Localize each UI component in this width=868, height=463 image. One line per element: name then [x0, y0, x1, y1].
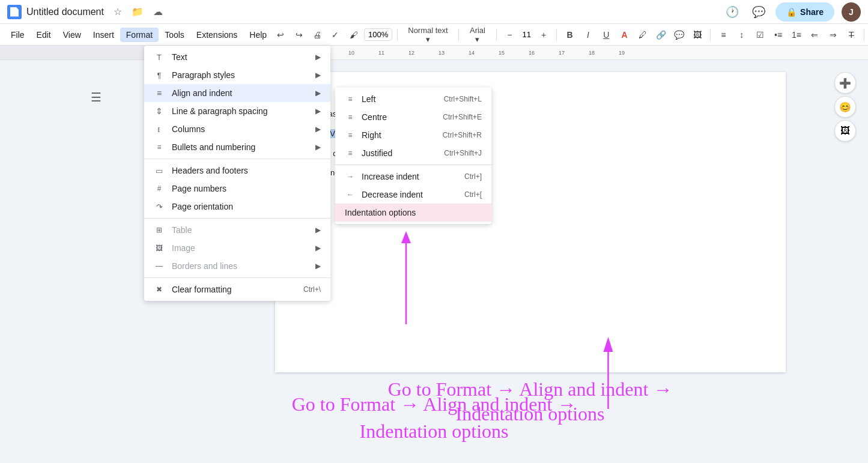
- menu-tools[interactable]: Tools: [159, 28, 190, 42]
- divider-2: [458, 29, 459, 41]
- font-color-button[interactable]: A: [616, 26, 632, 43]
- menu-format[interactable]: Format: [120, 28, 159, 42]
- paragraph-label: Paragraph styles: [172, 70, 308, 80]
- format-columns-item[interactable]: ⫿ Columns ▶: [144, 120, 330, 138]
- align-centre-item[interactable]: ≡ Centre Ctrl+Shift+E: [335, 108, 491, 126]
- align-centre-label: Centre: [362, 112, 437, 122]
- align-centre-icon: ≡: [345, 113, 356, 121]
- increase-indent-btn[interactable]: ⇒: [825, 26, 841, 43]
- image-insert-button[interactable]: 🖼: [834, 120, 856, 142]
- italic-button[interactable]: I: [580, 26, 596, 43]
- comment-button[interactable]: 💬: [749, 2, 768, 22]
- increase-indent-item[interactable]: → Increase indent Ctrl+]: [335, 168, 491, 186]
- image-button[interactable]: 🖼: [690, 26, 705, 43]
- cloud-icon[interactable]: ☁: [151, 4, 165, 20]
- share-lock-icon: 🔒: [786, 7, 797, 17]
- image-label: Image: [172, 243, 308, 253]
- menu-insert[interactable]: Insert: [87, 28, 120, 42]
- doc-title[interactable]: Untitled document: [26, 7, 104, 17]
- history-button[interactable]: 🕐: [723, 2, 742, 22]
- underline-button[interactable]: U: [598, 26, 614, 43]
- menu-file[interactable]: File: [5, 28, 31, 42]
- link-button[interactable]: 🔗: [653, 26, 669, 43]
- align-left-item[interactable]: ≡ Left Ctrl+Shift+L: [335, 90, 491, 108]
- share-button[interactable]: 🔒 Share: [775, 2, 834, 22]
- format-pageorient-item[interactable]: ↷ Page orientation: [144, 198, 330, 216]
- align-label: Align and indent: [172, 88, 308, 98]
- format-pagenumbers-item[interactable]: # Page numbers: [144, 180, 330, 198]
- emoji-button[interactable]: 😊: [834, 96, 856, 118]
- menu-bar: File Edit View Insert Format Tools Exten…: [0, 24, 868, 46]
- zoom-select[interactable]: 100%: [364, 28, 392, 41]
- right-title: 🕐 💬 🔒 Share J: [723, 2, 861, 22]
- checklist-button[interactable]: ☑: [752, 26, 768, 43]
- format-paragraph-item[interactable]: ¶ Paragraph styles ▶: [144, 66, 330, 84]
- font-select[interactable]: Arial ▾: [464, 26, 492, 43]
- format-headers-item[interactable]: ▭ Headers and footers: [144, 162, 330, 180]
- borders-label: Borders and lines: [172, 261, 308, 271]
- format-bullets-item[interactable]: ≡ Bullets and numbering ▶: [144, 138, 330, 156]
- spellcheck-button[interactable]: ✓: [327, 26, 343, 43]
- align-left-icon: ≡: [345, 95, 356, 103]
- menu-edit[interactable]: Edit: [31, 28, 57, 42]
- format-dropdown: T Text ▶ ¶ Paragraph styles ▶ ≡ Align an…: [144, 46, 330, 301]
- headers-icon: ▭: [154, 165, 165, 176]
- star-icon[interactable]: ☆: [111, 4, 124, 20]
- align-justified-item[interactable]: ≡ Justified Ctrl+Shift+J: [335, 144, 491, 162]
- format-image-item[interactable]: 🖼 Image ▶: [144, 239, 330, 257]
- add-comment-button[interactable]: ➕: [834, 72, 856, 94]
- font-size-decrease[interactable]: −: [502, 26, 517, 43]
- redo-button[interactable]: ↪: [291, 26, 306, 43]
- format-spacing-item[interactable]: ⇕ Line & paragraph spacing ▶: [144, 102, 330, 120]
- arrow-icon-t: ▶: [315, 226, 321, 234]
- decrease-indent-item[interactable]: ← Decrease indent Ctrl+[: [335, 186, 491, 204]
- spacing-icon: ⇕: [154, 106, 165, 117]
- format-borders-item[interactable]: — Borders and lines ▶: [144, 257, 330, 275]
- align-button[interactable]: ≡: [715, 26, 731, 43]
- image-menu-icon: 🖼: [154, 243, 165, 253]
- arrow-icon-a: ▶: [315, 89, 321, 97]
- clearformat-shortcut: Ctrl+\: [303, 285, 321, 294]
- format-align-item[interactable]: ≡ Align and indent ▶: [144, 84, 330, 102]
- align-right-item[interactable]: ≡ Right Ctrl+Shift+R: [335, 126, 491, 144]
- annotation-line1: Go to Format → Align and indent →: [388, 377, 673, 402]
- bold-button[interactable]: B: [562, 26, 577, 43]
- menu-help[interactable]: Help: [243, 28, 273, 42]
- increase-indent-icon: →: [345, 172, 356, 181]
- indentation-options-item[interactable]: Indentation options: [335, 204, 491, 222]
- bullets-icon: ≡: [154, 142, 165, 153]
- linespacing-button[interactable]: ↕: [734, 26, 750, 43]
- font-size-increase[interactable]: +: [536, 26, 551, 43]
- bullets-button[interactable]: •≡: [770, 26, 786, 43]
- arrow-icon-s: ▶: [315, 107, 321, 115]
- clear-format-btn[interactable]: T̶: [843, 26, 859, 43]
- decrease-indent-btn[interactable]: ⇐: [807, 26, 822, 43]
- format-clearformat-item[interactable]: ✖ Clear formatting Ctrl+\: [144, 280, 330, 298]
- highlight-button[interactable]: 🖊: [635, 26, 651, 43]
- numbering-button[interactable]: 1≡: [789, 26, 804, 43]
- menu-view[interactable]: View: [57, 28, 87, 42]
- title-bar: Untitled document ☆ 📁 ☁ 🕐 💬 🔒 Share J: [0, 0, 868, 24]
- borders-icon: —: [154, 261, 165, 271]
- format-text-item[interactable]: T Text ▶: [144, 48, 330, 66]
- divider-5: [710, 29, 711, 41]
- increase-indent-label: Increase indent: [362, 172, 458, 181]
- align-left-shortcut: Ctrl+Shift+L: [444, 95, 482, 103]
- headers-label: Headers and footers: [172, 166, 321, 175]
- arrow-icon-brd: ▶: [315, 262, 321, 270]
- comment-inline-button[interactable]: 💬: [672, 26, 687, 43]
- divider-6: [864, 29, 864, 41]
- align-centre-shortcut: Ctrl+Shift+E: [443, 113, 482, 121]
- pageorient-label: Page orientation: [172, 202, 321, 211]
- folder-icon[interactable]: 📁: [129, 4, 146, 20]
- print-button[interactable]: 🖨: [309, 26, 325, 43]
- normal-text-select[interactable]: Normal text ▾: [402, 26, 454, 43]
- increase-indent-shortcut: Ctrl+]: [464, 172, 482, 181]
- paintformat-button[interactable]: 🖌: [346, 26, 362, 43]
- divider-menu-1: [144, 159, 330, 159]
- outline-icon[interactable]: ☰: [91, 90, 102, 104]
- format-table-item[interactable]: ⊞ Table ▶: [144, 221, 330, 239]
- undo-button[interactable]: ↩: [273, 26, 288, 43]
- menu-extensions[interactable]: Extensions: [190, 28, 243, 42]
- clearformat-icon: ✖: [154, 284, 165, 295]
